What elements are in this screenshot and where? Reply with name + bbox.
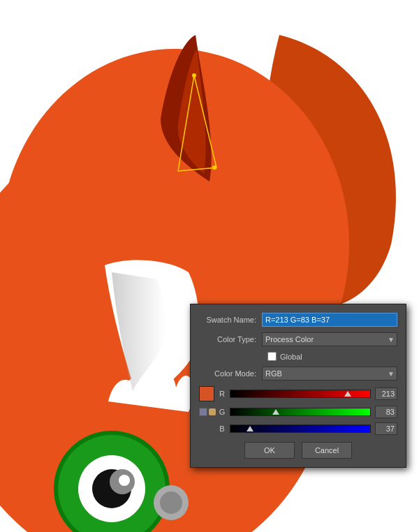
b-value-input[interactable] (375, 422, 397, 435)
b-slider-track-wrapper[interactable] (230, 423, 371, 434)
color-type-row: Color Type: Process Color Spot Color ▼ (199, 332, 397, 346)
cube-icon (199, 408, 207, 416)
svg-point-4 (212, 165, 216, 170)
svg-point-3 (192, 73, 196, 77)
swatch-name-row: Swatch Name: (199, 313, 397, 327)
global-row: Global (199, 352, 397, 361)
color-mode-label: Color Mode: (199, 369, 262, 378)
ok-button[interactable]: OK (244, 442, 295, 459)
r-value-input[interactable] (375, 387, 397, 400)
color-type-dropdown-wrapper: Process Color Spot Color ▼ (262, 332, 397, 346)
slider-section: R G B (199, 386, 397, 435)
g-slider-row: G (199, 406, 397, 418)
r-slider-row: R (199, 386, 397, 401)
svg-point-11 (160, 492, 182, 514)
color-mode-dropdown-wrapper: RGB CMYK HSB Lab Grayscale ▼ (262, 367, 397, 380)
g-slider-thumb[interactable] (272, 409, 279, 415)
b-channel-label: B (217, 424, 227, 433)
g-row-icons (199, 408, 216, 416)
swatch-name-input[interactable] (262, 313, 397, 327)
b-slider-row: B (199, 422, 397, 435)
b-slider-thumb[interactable] (247, 426, 253, 431)
color-mode-row: Color Mode: RGB CMYK HSB Lab Grayscale ▼ (199, 367, 397, 380)
r-channel-label: R (217, 390, 227, 398)
g-slider-track-wrapper[interactable] (230, 406, 371, 418)
dot-icon (209, 408, 216, 415)
swatch-name-label: Swatch Name: (199, 316, 262, 324)
new-swatch-dialog: Swatch Name: Color Type: Process Color S… (190, 304, 406, 468)
global-checkbox[interactable] (267, 352, 277, 361)
svg-point-9 (119, 475, 130, 486)
button-row: OK Cancel (199, 442, 397, 459)
global-label[interactable]: Global (280, 353, 302, 361)
r-slider-track-wrapper[interactable] (230, 388, 371, 399)
g-channel-label: G (217, 408, 227, 416)
color-type-dropdown[interactable]: Process Color Spot Color (262, 332, 397, 346)
r-slider-thumb[interactable] (344, 391, 351, 397)
color-preview-swatch (199, 386, 214, 401)
cancel-button[interactable]: Cancel (302, 442, 352, 459)
g-slider-track (230, 408, 371, 416)
color-type-label: Color Type: (199, 335, 262, 343)
color-mode-dropdown[interactable]: RGB CMYK HSB Lab Grayscale (262, 367, 397, 380)
g-value-input[interactable] (375, 406, 397, 418)
